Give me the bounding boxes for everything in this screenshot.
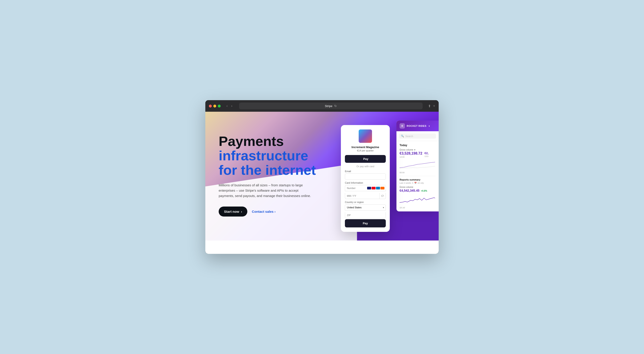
browser-actions: ⬆ + [428, 104, 435, 108]
page-title: Stripe [325, 104, 332, 108]
visa-icon [367, 187, 371, 189]
title-line-1: Payments [219, 133, 284, 149]
contact-sales-button[interactable]: Contact sales › [252, 210, 276, 213]
gross-volume-value: €3,528,198.72 [400, 151, 422, 155]
new-tab-button[interactable]: + [433, 104, 435, 108]
card-number-row [345, 185, 386, 191]
product-name: Increment Magazine [345, 145, 386, 149]
traffic-lights [209, 105, 221, 107]
amex-icon [376, 187, 380, 189]
country-select-wrap: United States ▾ [345, 204, 386, 211]
dashboard-brand: ROCKET RIDES [407, 125, 426, 127]
gross-volume-label: Gross volume ▾ [400, 149, 436, 151]
metric-time-start: 13:00 [400, 156, 422, 158]
bottom-section [205, 241, 439, 254]
hero-section: Payments infrastructure for the internet… [205, 112, 439, 241]
hero-content: Payments infrastructure for the internet… [205, 112, 345, 230]
product-image-inner [359, 129, 372, 143]
reports-chart [400, 194, 436, 205]
dashboard-panel: R ROCKET RIDES ▾ 🔍 Search Today [396, 121, 439, 211]
reports-metric-row: €4,542,345.45 +4.6% [400, 189, 436, 192]
title-line-3: for the internet [219, 162, 316, 178]
hero-buttons: Start now › Contact sales › [219, 207, 332, 217]
mastercard-icon [372, 187, 376, 189]
reports-meta: Last 4 weeks ▾ 📅 18 July [400, 182, 436, 184]
primary-metric: €3,528,198.72 13:00 [400, 151, 422, 160]
desktop-background: ‹ › Stripe ↻ ⬆ + Payments [0, 0, 644, 354]
hero-description: Millions of businesses of all sizes – fr… [219, 183, 312, 199]
discover-icon [380, 187, 384, 189]
chevron-down-icon: ▾ [414, 149, 415, 151]
zip-input[interactable] [345, 212, 386, 218]
chevron-down-icon: ▾ [412, 182, 413, 184]
back-button[interactable]: ‹ [225, 103, 229, 109]
search-placeholder: Search [405, 135, 413, 137]
today-label: Today [400, 144, 436, 147]
browser-window: ‹ › Stripe ↻ ⬆ + Payments [205, 100, 439, 254]
reload-icon: ↻ [334, 104, 337, 108]
reports-title: Reports summary [400, 178, 436, 181]
card-expiry-input[interactable] [345, 193, 379, 199]
start-now-button[interactable]: Start now › [219, 207, 247, 217]
forward-button[interactable]: › [230, 103, 234, 109]
share-button[interactable]: ⬆ [428, 104, 431, 108]
card-cvc-wrap [379, 193, 386, 199]
country-select[interactable]: United States [345, 204, 386, 211]
email-input[interactable] [345, 173, 386, 180]
payment-modal: Increment Magazine €14 per quarter Pay O… [341, 125, 390, 232]
secondary-metric: €2, 13:0 [424, 151, 428, 159]
fullscreen-dot[interactable] [218, 105, 221, 107]
divider [400, 176, 436, 176]
chart-time-zero: 00:00 [400, 171, 436, 174]
pay-button[interactable]: Pay [345, 219, 386, 227]
email-label: Email [345, 170, 386, 173]
reports-end-date: 18 Jul [400, 207, 436, 209]
nav-arrows: ‹ › [225, 103, 234, 109]
apple-pay-button[interactable]: Pay [345, 155, 386, 163]
reports-chart-svg [400, 194, 435, 205]
metrics-row: €3,528,198.72 13:00 €2, 13:0 [400, 151, 436, 160]
dashboard-search: 🔍 Search [396, 131, 439, 141]
browser-chrome: ‹ › Stripe ↻ ⬆ + [205, 100, 439, 112]
dashboard-body: Today Gross volume ▾ €3,528,198.72 13:00 [396, 141, 439, 211]
webpage: Payments infrastructure for the internet… [205, 112, 439, 254]
card-icons [367, 187, 384, 189]
reports-value: €4,542,345.45 [400, 189, 420, 192]
product-price: €14 per quarter [345, 149, 386, 152]
metric-time-alt: 13:0 [424, 155, 428, 157]
hero-title: Payments infrastructure for the internet [219, 134, 332, 177]
today-chart [400, 160, 436, 169]
card-bottom-row [345, 193, 386, 199]
product-image [359, 129, 372, 143]
address-bar[interactable]: Stripe ↻ [239, 103, 423, 109]
search-input-wrap[interactable]: 🔍 Search [399, 133, 436, 139]
title-line-2: infrastructure [219, 148, 308, 163]
payment-divider: Or pay with card [345, 165, 386, 168]
dashboard-logo: R [400, 123, 405, 129]
today-chart-svg [400, 160, 435, 169]
country-label: Country or region [345, 201, 386, 203]
minimize-dot[interactable] [213, 105, 216, 107]
card-cvc-input[interactable] [379, 193, 386, 199]
dashboard-header: R ROCKET RIDES ▾ [396, 121, 439, 131]
reports-change: +4.6% [421, 190, 427, 192]
search-icon: 🔍 [401, 135, 404, 137]
chevron-down-icon: ▾ [429, 125, 430, 127]
close-dot[interactable] [209, 105, 212, 107]
reports-gross-label: Gross volume [400, 186, 436, 188]
alt-value: €2, [424, 151, 428, 155]
card-info-label: Card Information [345, 181, 386, 184]
